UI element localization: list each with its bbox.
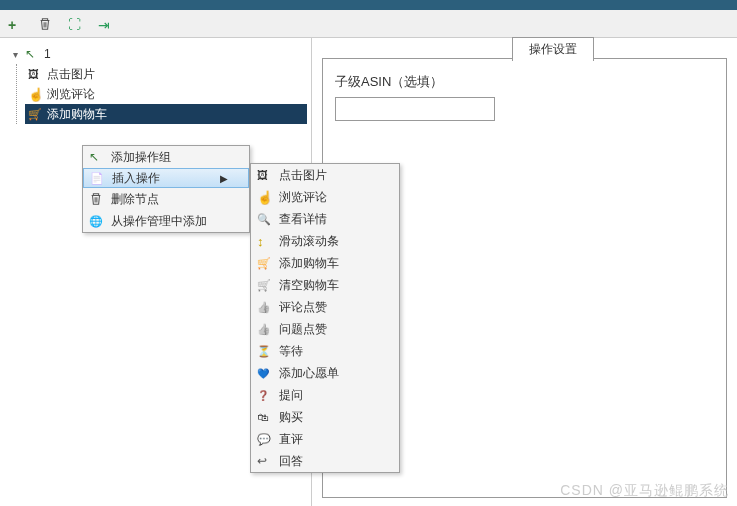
plus-icon: [8, 17, 22, 31]
pointer-icon: [257, 190, 271, 204]
submenu-item-add-cart[interactable]: 添加购物车: [251, 252, 399, 274]
submenu-item-direct-review[interactable]: 直评: [251, 428, 399, 450]
submenu-item-like-review[interactable]: 评论点赞: [251, 296, 399, 318]
asin-input[interactable]: [335, 97, 495, 121]
submenu-item-answer[interactable]: 回答: [251, 450, 399, 472]
buy-icon: [257, 410, 271, 424]
tree-node-label: 浏览评论: [47, 86, 95, 103]
trash-icon: [38, 17, 52, 31]
menu-item-label: 回答: [279, 453, 379, 470]
trash-icon: [89, 192, 103, 206]
submenu-item-wishlist[interactable]: 添加心愿单: [251, 362, 399, 384]
context-menu: 添加操作组 插入操作 ▶ 删除节点 从操作管理中添加: [82, 145, 250, 233]
submenu-item-wait[interactable]: 等待: [251, 340, 399, 362]
tree-root[interactable]: ▾ 1: [8, 44, 307, 64]
delete-button[interactable]: [36, 15, 54, 33]
scroll-icon: [257, 234, 271, 248]
field-label-asin: 子级ASIN（选填）: [335, 73, 714, 91]
tree-node-browse-reviews[interactable]: 浏览评论: [25, 84, 307, 104]
menu-item-label: 添加购物车: [279, 255, 379, 272]
menu-item-label: 提问: [279, 387, 379, 404]
tree-node-label: 点击图片: [47, 66, 95, 83]
cursor-plus-icon: [89, 150, 103, 164]
question-icon: [257, 388, 271, 402]
globe-icon: [89, 214, 103, 228]
menu-item-delete-node[interactable]: 删除节点: [83, 188, 249, 210]
menu-item-label: 添加心愿单: [279, 365, 379, 382]
cart-icon: [257, 256, 271, 270]
toolbar: [0, 10, 737, 38]
menu-item-label: 查看详情: [279, 211, 379, 228]
collapse-icon: [98, 17, 112, 31]
cart-icon: [28, 107, 42, 121]
title-bar: [0, 0, 737, 10]
menu-item-label: 问题点赞: [279, 321, 379, 338]
doc-arrow-icon: [90, 171, 104, 185]
menu-item-label: 评论点赞: [279, 299, 379, 316]
submenu-item-ask[interactable]: 提问: [251, 384, 399, 406]
pointer-icon: [28, 87, 42, 101]
submenu-item-browse-reviews[interactable]: 浏览评论: [251, 186, 399, 208]
submenu-item-scroll[interactable]: 滑动滚动条: [251, 230, 399, 252]
tree-node-click-image[interactable]: 点击图片: [25, 64, 307, 84]
tree-node-label: 添加购物车: [47, 106, 107, 123]
submenu-item-view-detail[interactable]: 查看详情: [251, 208, 399, 230]
cursor-icon: [25, 47, 39, 61]
context-submenu: 点击图片 浏览评论 查看详情 滑动滚动条 添加购物车 清空购物车 评论点赞 问题…: [250, 163, 400, 473]
menu-item-label: 插入操作: [112, 170, 214, 187]
tree-node-add-cart[interactable]: 添加购物车: [25, 104, 307, 124]
expand-all-button[interactable]: [66, 15, 84, 33]
reply-icon: [257, 454, 271, 468]
image-icon: [28, 67, 42, 81]
menu-item-label: 滑动滚动条: [279, 233, 379, 250]
menu-item-label: 从操作管理中添加: [111, 213, 229, 230]
menu-item-label: 添加操作组: [111, 149, 229, 166]
menu-item-label: 直评: [279, 431, 379, 448]
menu-item-add-from-manager[interactable]: 从操作管理中添加: [83, 210, 249, 232]
submenu-item-buy[interactable]: 购买: [251, 406, 399, 428]
tree-panel: ▾ 1 点击图片 浏览评论 添加购物车: [0, 38, 312, 506]
thumb-icon: [257, 300, 271, 314]
menu-item-label: 点击图片: [279, 167, 379, 184]
collapse-toggle-icon[interactable]: ▾: [10, 49, 20, 60]
submenu-arrow-icon: ▶: [220, 173, 228, 184]
menu-item-label: 购买: [279, 409, 379, 426]
menu-item-insert-action[interactable]: 插入操作 ▶: [83, 168, 249, 188]
submenu-item-like-question[interactable]: 问题点赞: [251, 318, 399, 340]
submenu-item-click-image[interactable]: 点击图片: [251, 164, 399, 186]
heart-icon: [257, 366, 271, 380]
tab-label: 操作设置: [529, 42, 577, 56]
add-button[interactable]: [6, 15, 24, 33]
menu-item-add-group[interactable]: 添加操作组: [83, 146, 249, 168]
expand-icon: [68, 17, 82, 31]
tab-settings[interactable]: 操作设置: [512, 37, 594, 61]
hourglass-icon: [257, 344, 271, 358]
image-icon: [257, 168, 271, 182]
thumb-icon: [257, 322, 271, 336]
menu-item-label: 等待: [279, 343, 379, 360]
chat-icon: [257, 432, 271, 446]
menu-item-label: 浏览评论: [279, 189, 379, 206]
collapse-all-button[interactable]: [96, 15, 114, 33]
menu-item-label: 删除节点: [111, 191, 229, 208]
search-icon: [257, 212, 271, 226]
menu-item-label: 清空购物车: [279, 277, 379, 294]
submenu-item-clear-cart[interactable]: 清空购物车: [251, 274, 399, 296]
tree-root-label: 1: [44, 47, 51, 61]
cart-empty-icon: [257, 278, 271, 292]
